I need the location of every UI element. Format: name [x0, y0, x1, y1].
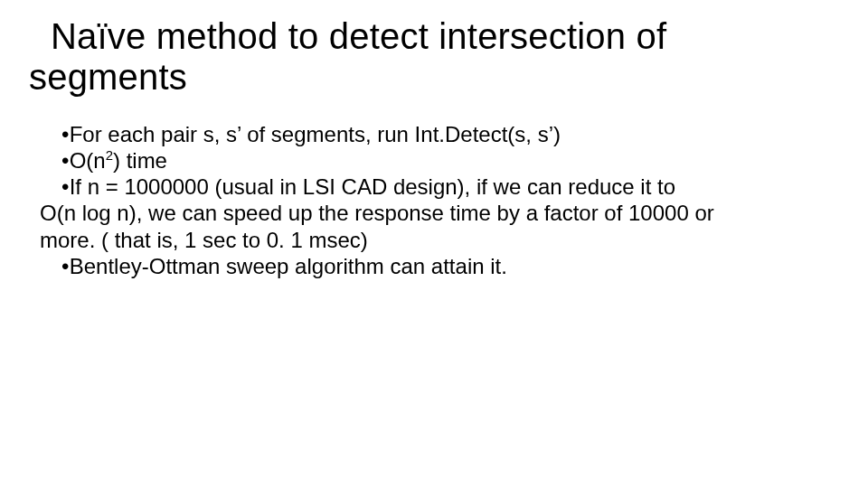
title-line-2: segments	[29, 57, 187, 97]
bullet-item-1: • For each pair s, s’ of segments, run I…	[40, 121, 828, 147]
bullet-item-3-cont1: O(n log n), we can speed up the response…	[40, 200, 828, 226]
bullet-dot-icon: •	[51, 253, 63, 279]
bullet-dot-icon: •	[51, 121, 63, 147]
bullet-text-1: For each pair s, s’ of segments, run Int…	[70, 122, 561, 146]
bullet-item-4: • Bentley-Ottman sweep algorithm can att…	[40, 253, 828, 279]
bullet-text-4: Bentley-Ottman sweep algorithm can attai…	[70, 254, 507, 278]
bullet-text-3: If n = 1000000 (usual in LSI CAD design)…	[70, 174, 675, 199]
slide-title: Naïve method to detect intersection of s…	[40, 16, 828, 98]
bullet-item-3: • If n = 1000000 (usual in LSI CAD desig…	[40, 174, 828, 200]
bullet-text-2-pre: O(n	[70, 148, 106, 173]
title-line-1: Naïve method to detect intersection of	[51, 16, 666, 56]
bullet-dot-icon: •	[51, 174, 63, 200]
bullet-item-3-cont2: more. ( that is, 1 sec to 0. 1 msec)	[40, 227, 828, 253]
bullet-text-2-post: ) time	[113, 148, 167, 173]
slide: Naïve method to detect intersection of s…	[0, 0, 868, 488]
bullet-dot-icon: •	[51, 147, 63, 174]
superscript-2: 2	[106, 148, 113, 163]
bullet-item-2: • O(n2) time	[40, 147, 828, 174]
slide-body: • For each pair s, s’ of segments, run I…	[40, 121, 828, 280]
